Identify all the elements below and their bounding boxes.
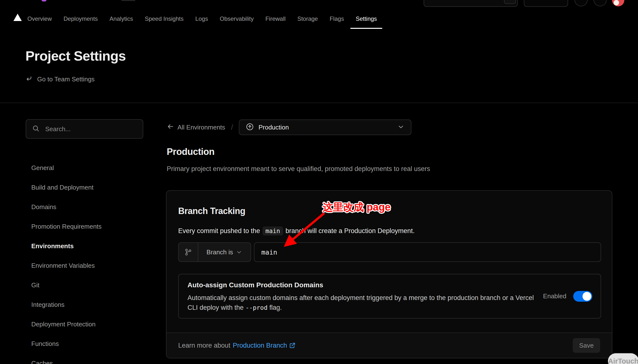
corner-up-left-icon	[26, 75, 33, 83]
tab-logs[interactable]: Logs	[195, 9, 208, 29]
vercel-logo-icon[interactable]	[14, 14, 22, 21]
global-search-input[interactable]	[424, 0, 518, 7]
save-button[interactable]: Save	[573, 338, 600, 353]
go-to-team-settings-label: Go to Team Settings	[37, 76, 95, 83]
go-to-team-settings-link[interactable]: Go to Team Settings	[26, 75, 95, 83]
branch-row: Branch is	[178, 242, 601, 262]
sidebar-item-git[interactable]: Git	[31, 275, 102, 295]
all-environments-label: All Environments	[178, 124, 225, 131]
branch-name-chip: main	[263, 226, 283, 236]
page-title: Project Settings	[26, 48, 126, 64]
tab-overview[interactable]: Overview	[27, 9, 52, 29]
sidebar-item-caches[interactable]: Caches	[31, 354, 102, 364]
auto-desc-post: flag.	[267, 304, 282, 311]
user-avatar[interactable]	[612, 0, 624, 6]
external-link-icon	[289, 342, 296, 349]
project-tabs: Overview Deployments Analytics Speed Ins…	[27, 9, 377, 29]
top-navigation-bar: Overview Deployments Analytics Speed Ins…	[0, 0, 638, 29]
chevron-down-icon	[397, 123, 405, 132]
environment-title: Production	[167, 146, 215, 157]
search-icon	[32, 124, 40, 134]
settings-search-box[interactable]	[26, 119, 143, 139]
sentence-post: branch will create a Production Deployme…	[286, 227, 415, 235]
sidebar-item-promotion-requirements[interactable]: Promotion Requirements	[31, 217, 102, 236]
branch-filter-label-wrap: Branch is	[198, 248, 251, 256]
auto-assign-title: Auto-assign Custom Production Domains	[188, 281, 323, 289]
sidebar-item-domains[interactable]: Domains	[31, 197, 102, 217]
tab-observability[interactable]: Observability	[220, 9, 254, 29]
branch-filter-dropdown[interactable]: Branch is	[178, 242, 251, 262]
vercel-project-settings-page: Overview Deployments Analytics Speed Ins…	[0, 0, 638, 364]
search-hotkey-badge	[504, 0, 516, 4]
page-header: Project Settings Go to Team Settings	[0, 29, 638, 103]
sidebar-item-integrations[interactable]: Integrations	[31, 295, 102, 314]
airtouch-badge: AirTouch	[608, 353, 638, 364]
settings-search-input[interactable]	[45, 125, 137, 133]
notifications-button[interactable]	[574, 0, 588, 6]
sidebar-item-general[interactable]: General	[31, 158, 102, 178]
environment-breadcrumb: All Environments / Production	[167, 120, 411, 135]
tab-settings[interactable]: Settings	[356, 9, 377, 29]
toggle-knob	[582, 292, 591, 301]
top-bar-remnant	[122, 0, 135, 1]
production-branch-link[interactable]: Production Branch	[233, 342, 296, 349]
feedback-button[interactable]	[524, 0, 568, 7]
tab-storage[interactable]: Storage	[297, 9, 318, 29]
sentence-pre: Every commit pushed to the	[178, 227, 260, 235]
chevron-down-icon	[236, 249, 242, 255]
branch-filter-label: Branch is	[207, 248, 233, 256]
branch-tracking-card: Branch Tracking Every commit pushed to t…	[166, 190, 612, 358]
auto-assign-toggle[interactable]	[573, 291, 592, 302]
auto-assign-description: Automatically assign custom domains afte…	[188, 293, 535, 313]
branch-tracking-footer: Learn more about Production Branch Save	[167, 332, 612, 358]
production-branch-link-label: Production Branch	[233, 342, 287, 349]
tab-firewall[interactable]: Firewall	[265, 9, 286, 29]
sidebar-item-build-and-deployment[interactable]: Build and Deployment	[31, 178, 102, 197]
learn-more-text: Learn more about Production Branch	[178, 342, 296, 349]
tab-flags[interactable]: Flags	[330, 9, 344, 29]
tab-analytics[interactable]: Analytics	[110, 9, 133, 29]
prod-flag-code: --prod	[245, 304, 267, 311]
scope-avatar-remnant	[42, 0, 47, 2]
production-branch-input[interactable]	[254, 242, 601, 262]
branch-tracking-title: Branch Tracking	[178, 206, 245, 216]
sidebar-item-deployment-protection[interactable]: Deployment Protection	[31, 314, 102, 334]
auto-desc-pre: Automatically assign custom domains afte…	[188, 294, 534, 311]
git-branch-icon	[179, 243, 198, 262]
enabled-label: Enabled	[543, 292, 566, 300]
auto-assign-controls: Enabled	[543, 274, 592, 318]
learn-more-pre: Learn more about	[178, 342, 230, 349]
environment-dropdown-value: Production	[258, 124, 393, 131]
auto-assign-domains-box: Auto-assign Custom Production Domains Au…	[178, 274, 601, 318]
help-button[interactable]	[593, 0, 607, 6]
environment-dropdown[interactable]: Production	[239, 120, 411, 135]
settings-sidebar: General Build and Deployment Domains Pro…	[31, 158, 102, 364]
sidebar-item-environment-variables[interactable]: Environment Variables	[31, 256, 102, 275]
tab-speed-insights[interactable]: Speed Insights	[145, 9, 184, 29]
tab-deployments[interactable]: Deployments	[64, 9, 98, 29]
arrow-left-icon	[167, 123, 174, 132]
breadcrumb-separator: /	[231, 123, 233, 132]
annotation-text: 这里改成 page	[323, 200, 391, 214]
environment-description: Primary project environment meant to ser…	[167, 165, 430, 173]
sidebar-item-functions[interactable]: Functions	[31, 334, 102, 354]
sidebar-item-environments[interactable]: Environments	[31, 236, 102, 256]
all-environments-link[interactable]: All Environments	[167, 123, 225, 132]
circle-arrow-up-icon	[246, 123, 254, 132]
branch-tracking-sentence: Every commit pushed to the main branch w…	[178, 226, 415, 236]
